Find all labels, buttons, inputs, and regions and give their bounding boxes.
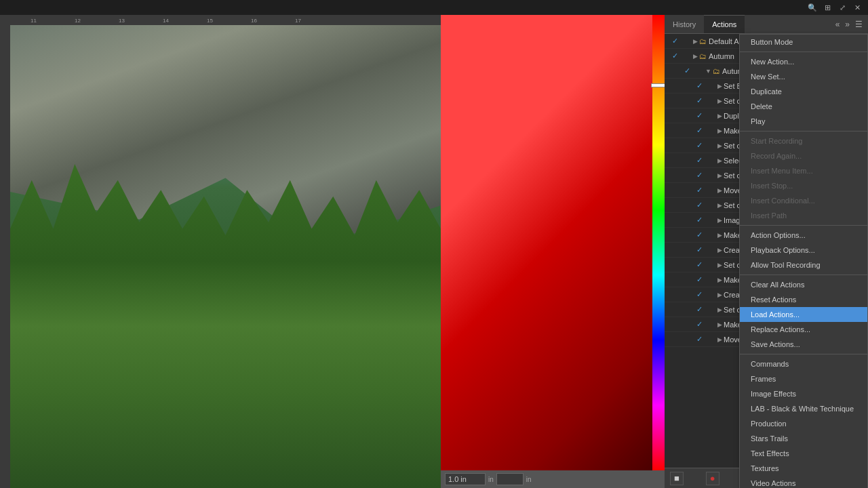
expand-arrow[interactable]: ▶ <box>717 113 722 119</box>
check-mark: ✓ <box>672 52 678 60</box>
check-cell: ✓ <box>669 37 681 45</box>
menu-item[interactable]: Delete <box>740 99 867 114</box>
measurement-label-2: in <box>526 476 532 483</box>
check-mark: ✓ <box>696 156 703 165</box>
menu-item[interactable]: Record Again... <box>740 148 867 163</box>
expand-arrow[interactable]: ▶ <box>717 321 722 328</box>
expand-arrow[interactable]: ▶ <box>717 217 722 224</box>
menu-item[interactable]: Frames <box>740 371 867 386</box>
check-mark: ✓ <box>696 96 703 105</box>
tab-actions[interactable]: Actions <box>704 15 745 33</box>
check-cell: ✓ <box>669 52 681 60</box>
expand-arrow[interactable]: ▶ <box>717 98 722 104</box>
tab-history[interactable]: History <box>665 15 704 33</box>
expand-arrow[interactable]: ▶ <box>717 202 722 209</box>
resize-icon[interactable]: ⤢ <box>837 2 848 13</box>
check-cell: ✓ <box>693 245 705 254</box>
tab-right-arrow[interactable]: » <box>844 18 851 30</box>
menu-item[interactable]: Insert Stop... <box>740 178 867 193</box>
dropdown-menu: Button ModeNew Action...New Set...Duplic… <box>739 34 868 488</box>
expand-arrow[interactable]: ▶ <box>693 38 698 45</box>
check-mark: ✓ <box>696 230 703 239</box>
panels-icon[interactable]: ⊞ <box>822 2 833 13</box>
menu-item[interactable]: Replace Actions... <box>740 322 867 337</box>
menu-separator <box>740 274 867 275</box>
color-picker-gradient[interactable] <box>441 15 665 470</box>
tab-left-arrow[interactable]: « <box>834 18 842 30</box>
menu-item[interactable]: Stars Trails <box>740 431 867 446</box>
gray-middle-area: in in <box>441 15 665 488</box>
check-mark: ✓ <box>696 201 703 209</box>
check-mark: ✓ <box>696 245 703 254</box>
tab-menu-icon[interactable]: ☰ <box>854 18 864 30</box>
expand-arrow[interactable]: ▶ <box>717 306 722 313</box>
check-cell: ✓ <box>693 275 705 284</box>
expand-arrow[interactable]: ▶ <box>717 142 722 149</box>
check-mark: ✓ <box>696 81 703 90</box>
close-icon[interactable]: ✕ <box>852 2 863 13</box>
expand-arrow[interactable]: ▶ <box>717 172 722 179</box>
menu-item[interactable]: Allow Tool Recording <box>740 258 867 272</box>
tab-icons: « » ☰ <box>834 18 868 30</box>
menu-item[interactable]: Textures <box>740 461 867 476</box>
menu-item[interactable]: Production <box>740 416 867 431</box>
check-cell: ✓ <box>693 260 705 269</box>
menu-item[interactable]: Load Actions... <box>740 307 867 322</box>
stop-button[interactable]: ■ <box>670 472 684 485</box>
color-slider-handle[interactable] <box>651 83 666 87</box>
expand-arrow[interactable]: ▶ <box>717 247 722 253</box>
check-cell: ✓ <box>693 305 705 314</box>
ruler-tick-13: 13 <box>119 18 125 24</box>
expand-arrow[interactable]: ▶ <box>717 277 722 283</box>
expand-arrow[interactable]: ▶ <box>717 232 722 239</box>
expand-arrow[interactable]: ▶ <box>717 127 722 134</box>
menu-item[interactable]: Action Options... <box>740 228 867 243</box>
menu-item[interactable]: Start Recording <box>740 134 867 148</box>
menu-item[interactable]: New Action... <box>740 54 867 69</box>
menu-item[interactable]: Play <box>740 114 867 129</box>
check-cell: ✓ <box>693 320 705 329</box>
expand-arrow[interactable]: ▶ <box>717 291 722 298</box>
menu-item[interactable]: Insert Conditional... <box>740 193 867 208</box>
menu-item[interactable]: Insert Path <box>740 208 867 223</box>
expand-arrow[interactable]: ▼ <box>705 68 711 75</box>
menu-item[interactable]: Text Effects <box>740 446 867 461</box>
check-cell: ✓ <box>693 216 705 224</box>
menu-item[interactable]: Reset Actions <box>740 292 867 307</box>
check-cell: ✓ <box>693 126 705 135</box>
menu-item[interactable]: Insert Menu Item... <box>740 163 867 178</box>
search-icon[interactable]: 🔍 <box>807 2 818 13</box>
menu-item[interactable]: Duplicate <box>740 84 867 99</box>
menu-item[interactable]: Video Actions <box>740 476 867 488</box>
check-mark: ✓ <box>696 260 703 269</box>
expand-arrow[interactable]: ▶ <box>717 336 722 343</box>
check-mark: ✓ <box>696 335 703 344</box>
measurement-input-2[interactable] <box>496 473 524 485</box>
record-button[interactable]: ● <box>706 472 719 485</box>
menu-item[interactable]: LAB - Black & White Technique <box>740 401 867 416</box>
menu-item[interactable]: Save Actions... <box>740 337 867 352</box>
check-mark: ✓ <box>696 171 703 180</box>
check-cell: ✓ <box>693 111 705 120</box>
menu-item[interactable]: Playback Options... <box>740 243 867 258</box>
check-cell: ✓ <box>681 66 693 75</box>
expand-arrow[interactable]: ▶ <box>693 53 698 60</box>
menu-item[interactable]: Image Effects <box>740 386 867 401</box>
expand-arrow[interactable]: ▶ <box>717 83 722 89</box>
menu-item[interactable]: Button Mode <box>740 35 867 49</box>
menu-separator <box>740 52 867 52</box>
menu-item[interactable]: Commands <box>740 357 867 371</box>
menu-item[interactable]: Clear All Actions <box>740 277 867 292</box>
check-cell: ✓ <box>693 290 705 299</box>
check-cell: ✓ <box>693 156 705 165</box>
ruler-tick-16: 16 <box>251 18 257 24</box>
check-mark: ✓ <box>696 141 703 150</box>
expand-arrow[interactable]: ▶ <box>717 187 722 194</box>
ruler-tick-15: 15 <box>207 18 213 24</box>
ruler-vertical <box>0 25 10 488</box>
measurement-input-1[interactable] <box>445 473 486 485</box>
expand-arrow[interactable]: ▶ <box>717 262 722 268</box>
menu-item[interactable]: New Set... <box>740 69 867 84</box>
expand-arrow[interactable]: ▶ <box>717 157 722 164</box>
color-bar[interactable] <box>652 15 665 470</box>
